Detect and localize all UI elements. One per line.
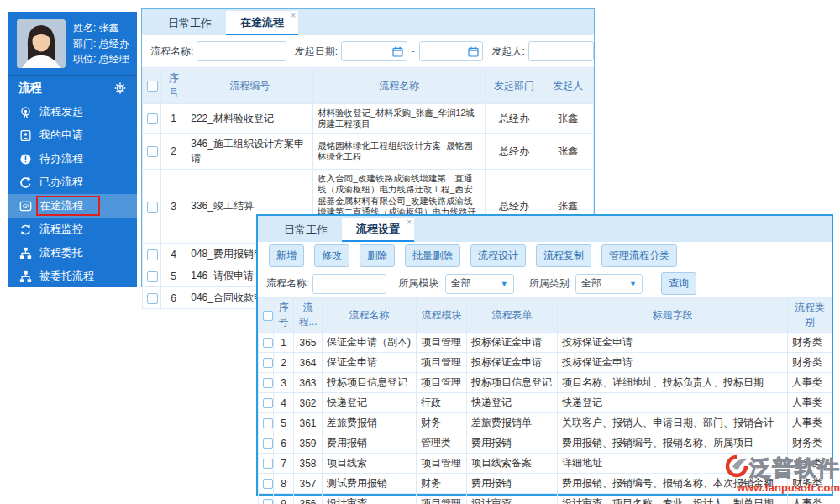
col-header-code: 流程... [294,298,323,333]
row-checkbox[interactable] [263,338,273,348]
row-checkbox[interactable] [263,479,273,489]
cell-name: 保证金申请 [323,353,417,373]
transit-badge-icon: G+ [19,200,32,213]
col-header-code: 流程编号 [186,68,313,104]
category-select[interactable]: 全部 ▼ [575,274,643,294]
svg-text:+: + [27,202,29,207]
flow-name-input[interactable] [197,41,286,61]
delete-button[interactable]: 删除 [360,244,395,267]
tab-daily-work[interactable]: 日常工作 [154,11,226,35]
row-checkbox[interactable] [263,418,273,428]
table-row[interactable]: 1 365 保证金申请（副本) 项目管理 投标保证金申请 投标保证金申请 财务类 [259,333,832,353]
cell-seq: 9 [274,494,294,504]
user-profile: 姓名: 张鑫 部门: 总经办 职位: 总经理 [8,12,137,75]
cell-category: 人事类 [788,373,832,393]
row-checkbox[interactable] [263,438,273,449]
flow-design-button[interactable]: 流程设计 [470,244,526,267]
module-select[interactable]: 全部 ▼ [445,274,514,294]
close-icon[interactable]: × [407,218,412,227]
flow-copy-button[interactable]: 流程复制 [536,244,591,267]
cell-seq: 4 [161,244,186,265]
cell-name: 设计审查 [323,494,417,504]
row-select-cell [259,353,274,373]
cell-code: 364 [294,353,323,373]
filter-row: 流程名称: 发起日期: - 发起人: [142,35,594,67]
cell-form: 设计审查 [467,494,558,504]
row-checkbox[interactable] [147,293,158,304]
table-row[interactable]: 2 346_施工组织设计方案申请 晟铭园林绿化工程组织设计方案_晟铭园林绿化工程… [143,134,594,170]
row-checkbox[interactable] [147,113,158,124]
edit-button[interactable]: 修改 [314,244,349,267]
sidebar-item-label: 待办流程 [39,151,83,166]
select-all-checkbox[interactable] [263,311,273,321]
table-row[interactable]: 2 364 保证金申请 项目管理 投标保证金申请 投标保证金申请 财务类 [259,353,832,373]
batch-delete-button[interactable]: 批量删除 [405,244,460,267]
close-icon[interactable]: × [291,12,296,20]
row-checkbox[interactable] [147,271,158,282]
manage-flow-category-button[interactable]: 管理流程分类 [601,244,677,267]
tab-flow-settings[interactable]: 流程设置 × [342,218,414,242]
tab-daily-work[interactable]: 日常工作 [270,218,342,242]
sidebar-item-in-transit-flows[interactable]: G+ 在途流程 [8,194,137,218]
refresh-icon [19,223,32,236]
cell-title-fields: 设计审查、项目名称、专业、设计人、制单日期 [558,494,788,504]
row-checkbox[interactable] [147,249,158,260]
sidebar-item-label: 在途流程 [39,198,83,213]
cell-person: 张鑫 [543,134,593,170]
cell-code: 361 [294,413,323,433]
search-button[interactable]: 查询 [661,272,696,295]
row-select-cell [259,454,274,474]
sidebar-item-delegated-flows[interactable]: 被委托流程 [8,265,137,288]
select-all-header [259,298,274,333]
row-checkbox[interactable] [263,499,273,504]
tab-in-transit-flows[interactable]: 在途流程 × [226,11,298,35]
col-header-title-fields: 标题字段 [558,298,788,333]
row-select-cell [259,474,274,494]
table-row[interactable]: 6 359 费用报销 管理类 费用报销 费用报销、报销编号、报销名称、所属项目 … [259,433,832,454]
sidebar-item-done-flows[interactable]: 已办流程 [8,171,137,194]
table-row[interactable]: 4 362 快递登记 行政 快递登记 快递登记 人事类 [259,393,832,413]
avatar [17,19,66,68]
row-checkbox[interactable] [263,358,273,368]
cell-category: 财务类 [788,333,832,353]
table-row[interactable]: 9 356 设计审查 项目管理 设计审查 设计审查、项目名称、专业、设计人、制单… [259,494,832,504]
date-separator: - [412,45,415,57]
initiator-input[interactable] [528,41,594,61]
flow-settings-window: 日常工作 流程设置 × 新增 修改 删除 批量删除 流程设计 流程复制 管理流程… [256,214,833,496]
sidebar-item-label: 流程发起 [39,104,83,119]
sidebar-item-todo-flows[interactable]: 待办流程 [8,147,137,171]
row-checkbox[interactable] [263,398,273,408]
start-date-from-input[interactable] [341,41,407,61]
select-all-checkbox[interactable] [147,81,158,92]
cell-seq: 3 [161,170,186,244]
col-header-seq: 序号 [161,68,186,104]
cell-module: 行政 [417,393,467,413]
col-header-person: 发起人 [543,68,593,104]
table-row[interactable]: 3 363 投标项目信息登记 项目管理 投标项目信息登记 项目名称、详细地址、投… [259,373,832,393]
row-checkbox[interactable] [263,378,273,388]
table-row[interactable]: 1 222_材料验收登记 材料验收登记_材料采购_张鑫_华润12城房建工程项目 … [143,104,594,134]
cell-seq: 8 [274,474,294,494]
add-button[interactable]: 新增 [269,244,304,267]
col-header-name: 流程名称 [313,68,486,104]
cell-code: 359 [294,433,323,454]
cell-code: 356 [294,494,323,504]
gear-icon[interactable] [114,82,127,95]
start-date-to-input[interactable] [419,41,484,61]
cell-form: 投标项目信息登记 [467,373,558,393]
sidebar-item-my-applications[interactable]: 我的申请 [8,123,137,147]
flow-name-input[interactable] [312,274,386,294]
cell-name: 材料验收登记_材料采购_张鑫_华润12城房建工程项目 [313,104,486,134]
profile-dept: 部门: 总经办 [73,37,129,51]
row-checkbox[interactable] [263,459,273,469]
sidebar-item-flow-delegate[interactable]: 流程委托 [8,241,137,265]
row-checkbox[interactable] [147,146,158,157]
watermark-brand: 泛普软件 [749,457,840,479]
table-row[interactable]: 5 361 差旅费报销 财务 差旅费报销单 关联客户、报销人、申请日期、部门、报… [259,413,832,433]
sidebar-item-flow-start[interactable]: 流程发起 [8,100,137,123]
category-label: 所属类别: [529,276,572,291]
sidebar-item-flow-monitor[interactable]: 流程监控 [8,218,137,241]
cell-form: 投标保证金申请 [467,333,558,353]
row-checkbox[interactable] [147,202,158,213]
cell-name: 测试费用报销 [323,474,417,494]
